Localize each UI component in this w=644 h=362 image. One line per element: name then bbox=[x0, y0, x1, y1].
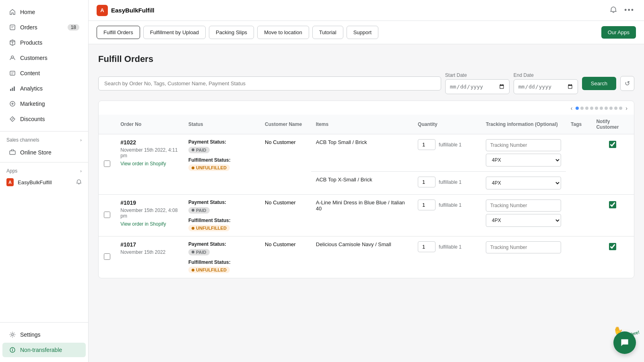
pagination-dot-7[interactable] bbox=[605, 107, 608, 110]
nav-move-to-location[interactable]: Move to location bbox=[257, 26, 309, 39]
sidebar-item-products[interactable]: Products bbox=[2, 35, 86, 50]
pagination-dot-6[interactable] bbox=[600, 107, 603, 110]
tracking-cell bbox=[481, 237, 566, 278]
sidebar-item-online-store[interactable]: Online Store bbox=[2, 145, 86, 160]
fulfillment-status-label: Fulfillment Status: bbox=[188, 259, 255, 265]
sales-channels-header[interactable]: Sales channels › bbox=[0, 133, 88, 144]
carrier-select[interactable]: 4PX DHL FedEx UPS bbox=[486, 177, 561, 189]
app-notification-icon[interactable] bbox=[76, 179, 82, 186]
pagination-dot-9[interactable] bbox=[614, 107, 617, 110]
sidebar-item-orders[interactable]: Orders 18 bbox=[2, 20, 86, 35]
col-header-checkbox bbox=[99, 115, 116, 134]
order-checkbox-order-1019[interactable] bbox=[104, 212, 110, 218]
fulfillable-label: fulfillable 1 bbox=[439, 202, 462, 208]
start-date-input[interactable] bbox=[445, 79, 510, 94]
notify-checkbox-order-1019[interactable] bbox=[609, 201, 616, 208]
view-order-link[interactable]: View order in Shopify bbox=[120, 161, 179, 167]
pagination-dot-4[interactable] bbox=[590, 107, 593, 110]
notify-checkbox-order-1017[interactable] bbox=[609, 243, 616, 250]
view-order-link[interactable]: View order in Shopify bbox=[120, 221, 179, 227]
col-header-customer: Customer Name bbox=[260, 115, 311, 134]
orders-icon bbox=[9, 24, 16, 31]
qty-input[interactable] bbox=[418, 177, 436, 187]
customer-name: No Customer bbox=[265, 241, 306, 247]
tracking-input[interactable] bbox=[486, 139, 561, 151]
nav-fulfill-orders[interactable]: Fulfill Orders bbox=[97, 26, 140, 39]
pagination-next[interactable]: › bbox=[624, 104, 629, 112]
sidebar-item-home[interactable]: Home bbox=[2, 5, 86, 19]
sidebar-item-content[interactable]: Content bbox=[2, 66, 86, 80]
svg-rect-5 bbox=[14, 86, 15, 91]
qty-input[interactable] bbox=[418, 200, 436, 210]
order-checkbox-order-1022[interactable] bbox=[104, 160, 110, 167]
sidebar-item-customers-label: Customers bbox=[20, 55, 47, 61]
fulfillment-status-label: Fulfillment Status: bbox=[188, 218, 255, 223]
carrier-select[interactable]: 4PX DHL FedEx UPS bbox=[486, 154, 561, 167]
search-button[interactable]: Search bbox=[582, 77, 616, 90]
tags-cell bbox=[566, 134, 591, 195]
end-date-input[interactable] bbox=[514, 79, 578, 94]
pagination-dot-3[interactable] bbox=[585, 107, 588, 110]
search-row: Start Date End Date Search ↺ bbox=[98, 72, 634, 94]
qty-input[interactable] bbox=[418, 139, 436, 150]
carrier-select[interactable]: 4PX DHL FedEx UPS bbox=[486, 214, 561, 227]
nav-our-apps[interactable]: Our Apps bbox=[601, 26, 636, 39]
order-no-cell: #1022 November 15th 2022, 4:11 pm View o… bbox=[116, 134, 184, 195]
payment-status-label: Payment Status: bbox=[188, 241, 255, 247]
order-checkbox-order-1017[interactable] bbox=[104, 253, 110, 260]
pagination-prev[interactable]: ‹ bbox=[569, 104, 574, 112]
sidebar-item-non-transferable[interactable]: Non-transferable bbox=[2, 343, 86, 357]
notify-cell bbox=[591, 195, 634, 237]
item-name: Delicious Camisole Navy / Small bbox=[316, 241, 408, 247]
sidebar-item-easybulkfulfill[interactable]: A EasyBulkFulfill bbox=[0, 175, 88, 189]
refresh-button[interactable]: ↺ bbox=[620, 76, 634, 91]
chat-button[interactable] bbox=[613, 331, 636, 354]
sidebar-item-settings[interactable]: Settings bbox=[2, 327, 86, 342]
sidebar-item-orders-label: Orders bbox=[20, 24, 37, 31]
sidebar-item-discounts[interactable]: Discounts bbox=[2, 112, 86, 126]
home-icon bbox=[9, 8, 16, 16]
apps-header[interactable]: Apps › bbox=[0, 164, 88, 175]
sidebar-bottom: Settings Non-transferable bbox=[0, 322, 88, 362]
nav-tutorial[interactable]: Tutorial bbox=[312, 26, 343, 39]
order-date: November 15th 2022 bbox=[120, 249, 179, 255]
notification-icon[interactable] bbox=[608, 4, 619, 16]
sidebar-item-customers[interactable]: Customers bbox=[2, 51, 86, 65]
main-content: A EasyBulkFulfill ••• Fulfill Orders Ful… bbox=[89, 0, 644, 362]
col-header-status: Status bbox=[184, 115, 260, 134]
tracking-input[interactable] bbox=[486, 241, 561, 253]
qty-input[interactable] bbox=[418, 241, 436, 252]
sidebar: Home Orders 18 Products Customers Cont bbox=[0, 0, 89, 362]
nav-packing-slips[interactable]: Packing Slips bbox=[209, 26, 254, 39]
pagination-dot-1[interactable] bbox=[576, 107, 579, 110]
fulfillable-label: fulfillable 1 bbox=[439, 179, 462, 185]
sales-channels-arrow-icon: › bbox=[80, 138, 82, 142]
nav-fulfillment-by-upload[interactable]: Fulfillment by Upload bbox=[143, 26, 206, 39]
sidebar-item-marketing[interactable]: Marketing bbox=[2, 97, 86, 111]
sidebar-item-analytics[interactable]: Analytics bbox=[2, 81, 86, 96]
col-header-items: Items bbox=[311, 115, 413, 134]
nav-support[interactable]: Support bbox=[347, 26, 379, 39]
pagination-dot-8[interactable] bbox=[609, 107, 613, 110]
sidebar-item-home-label: Home bbox=[20, 9, 35, 15]
notify-checkbox-order-1022[interactable] bbox=[609, 141, 616, 148]
discounts-icon bbox=[9, 115, 16, 123]
orders-table-container: ‹ › Order No Status bbox=[98, 101, 634, 278]
svg-rect-4 bbox=[12, 88, 13, 91]
tracking-cell: 4PX DHL FedEx UPS bbox=[481, 172, 566, 195]
search-input[interactable] bbox=[98, 76, 441, 90]
fulfillment-badge: UNFULFILLED bbox=[188, 225, 230, 231]
order-number: #1017 bbox=[120, 241, 179, 248]
pagination-dot-5[interactable] bbox=[595, 107, 598, 110]
row-checkbox-cell bbox=[99, 195, 116, 237]
table-row: #1017 November 15th 2022 Payment Status:… bbox=[99, 237, 634, 278]
sidebar-item-marketing-label: Marketing bbox=[20, 101, 45, 107]
marketing-icon bbox=[9, 100, 16, 107]
more-options-icon[interactable]: ••• bbox=[623, 4, 636, 16]
tracking-input[interactable] bbox=[486, 200, 561, 212]
customer-name: No Customer bbox=[265, 139, 306, 145]
pagination-dot-10[interactable] bbox=[619, 107, 622, 110]
col-header-tags: Tags bbox=[566, 115, 591, 134]
settings-label: Settings bbox=[20, 331, 41, 338]
pagination-dot-2[interactable] bbox=[580, 107, 584, 110]
